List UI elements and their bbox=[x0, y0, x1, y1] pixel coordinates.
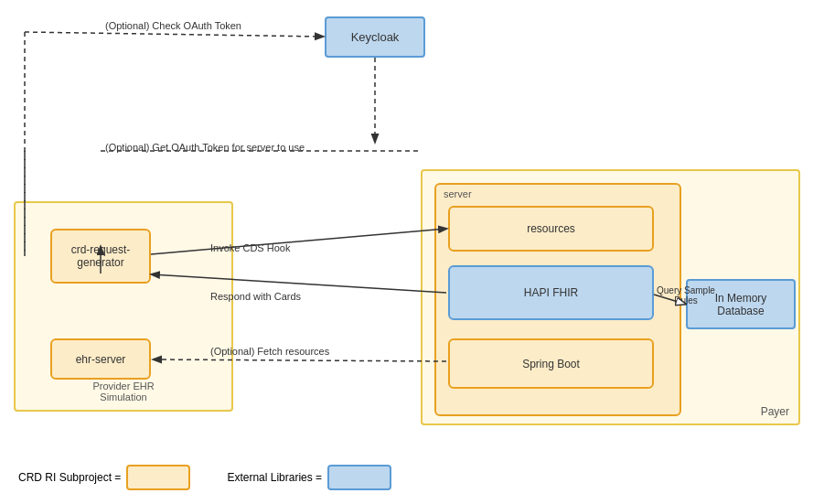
legend-wrapper: CRD RI Subproject = External Libraries = bbox=[18, 465, 391, 490]
ehr-server-box: ehr-server bbox=[50, 338, 151, 380]
keycloak-label: Keycloak bbox=[351, 30, 400, 44]
legend-crd: CRD RI Subproject = bbox=[18, 465, 190, 490]
crd-request-generator-box: crd-request-generator bbox=[50, 229, 151, 284]
diagram-container: Payer Provider EHRSimulation server Keyc… bbox=[0, 0, 824, 504]
resources-label: resources bbox=[527, 222, 575, 235]
hapi-label: HAPI FHIR bbox=[524, 286, 578, 299]
legend-ext-label: External Libraries = bbox=[227, 471, 322, 484]
svg-line-0 bbox=[25, 32, 323, 37]
spring-boot-box: Spring Boot bbox=[448, 338, 654, 389]
legend-crd-label: CRD RI Subproject = bbox=[18, 471, 121, 484]
ehr-label: ehr-server bbox=[76, 353, 126, 366]
keycloak-box: Keycloak bbox=[325, 16, 425, 58]
respond-cards-label: Respond with Cards bbox=[210, 291, 301, 302]
legend-orange-box bbox=[126, 465, 190, 490]
check-oauth-label: (Optional) Check OAuth Token bbox=[105, 20, 241, 31]
legend-blue-box bbox=[327, 465, 391, 490]
invoke-cds-label: Invoke CDS Hook bbox=[210, 242, 290, 253]
crd-label: crd-request-generator bbox=[52, 243, 149, 269]
hapi-fhir-box: HAPI FHIR bbox=[448, 265, 654, 320]
fetch-resources-label: (Optional) Fetch resources bbox=[210, 346, 329, 357]
query-sample-label: Query SampleRules bbox=[657, 285, 715, 306]
server-label: server bbox=[444, 188, 472, 199]
legend-ext: External Libraries = bbox=[227, 465, 391, 490]
spring-label: Spring Boot bbox=[522, 358, 580, 370]
provider-label: Provider EHRSimulation bbox=[92, 381, 154, 402]
get-oauth-label: (Optional) Get OAuth Token for server to… bbox=[105, 142, 305, 153]
resources-box: resources bbox=[448, 206, 654, 252]
payer-label: Payer bbox=[761, 405, 789, 418]
